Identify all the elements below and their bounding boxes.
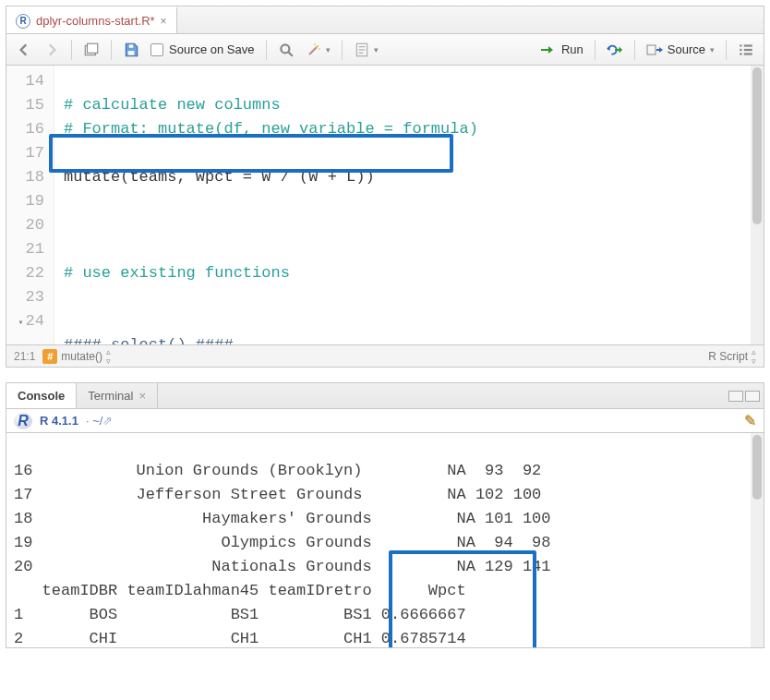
svg-rect-16 <box>647 45 656 54</box>
pane-splitter[interactable] <box>0 373 770 382</box>
run-button[interactable]: Run <box>536 39 587 61</box>
file-tab[interactable]: R dplyr-columns-start.R* × <box>6 6 177 33</box>
updown-icon: ▵▿ <box>752 347 756 366</box>
find-button[interactable] <box>274 39 298 61</box>
svg-rect-3 <box>129 44 134 47</box>
nav-back-button[interactable] <box>12 39 36 61</box>
console-line: 16 Union Grounds (Brooklyn) NA 93 92 <box>14 462 541 479</box>
file-tab-label: dplyr-columns-start.R* <box>36 14 155 28</box>
code-line: # calculate new columns <box>64 96 281 114</box>
scope-label: mutate() <box>61 350 102 363</box>
editor-tabstrip: R dplyr-columns-start.R* × <box>6 6 764 34</box>
highlight-box-editor <box>49 134 453 173</box>
r-file-icon: R <box>16 14 30 29</box>
svg-rect-1 <box>88 43 98 53</box>
tab-terminal[interactable]: Terminal × <box>77 383 158 408</box>
close-tab-icon[interactable]: × <box>161 15 167 28</box>
share-icon[interactable]: ⇗ <box>102 414 113 428</box>
svg-point-8 <box>319 48 320 50</box>
console-line: 18 Haymakers' Grounds NA 101 100 <box>14 510 551 527</box>
console-info-bar: R R 4.1.1 · ~/⇗ ✎ <box>6 409 764 433</box>
code-line: # use existing functions <box>64 264 290 282</box>
maximize-pane-button[interactable] <box>745 391 760 402</box>
console-line: 19 Olympics Grounds NA 94 98 <box>14 534 551 551</box>
line-gutter: 14 15 16 17 18 19 20 21 22 23 ▾24 <box>6 66 54 344</box>
working-dir[interactable]: · ~/⇗ <box>86 414 113 428</box>
svg-point-7 <box>317 45 319 47</box>
svg-point-9 <box>314 43 316 45</box>
editor-statusbar: 21:1 # mutate() ▵▿ R Script ▵▿ <box>6 344 764 367</box>
wand-button[interactable]: ▾ <box>302 39 334 61</box>
language-label: R Script <box>708 350 748 363</box>
console-tabstrip: Console Terminal × <box>6 383 764 409</box>
editor-pane: R dplyr-columns-start.R* × Source on Sav… <box>6 6 764 368</box>
r-logo-icon: R <box>14 413 32 429</box>
run-label: Run <box>561 42 584 56</box>
outline-button[interactable] <box>734 39 758 61</box>
code-line: #### select() #### <box>64 336 234 344</box>
source-label: Source <box>668 42 705 56</box>
editor-toolbar: Source on Save ▾ ▾ Run Source ▾ <box>6 34 764 66</box>
minimize-pane-button[interactable] <box>728 391 743 402</box>
highlight-box-console <box>389 550 536 647</box>
svg-rect-2 <box>128 51 135 55</box>
source-on-save-checkbox[interactable]: Source on Save <box>147 39 259 61</box>
svg-point-4 <box>281 44 289 53</box>
source-on-save-label: Source on Save <box>169 42 255 56</box>
svg-line-6 <box>309 47 317 54</box>
r-version-label: R 4.1.1 <box>40 414 78 428</box>
updown-icon: ▵▿ <box>106 347 111 366</box>
language-selector[interactable]: R Script ▵▿ <box>708 347 756 366</box>
window-controls <box>728 391 764 402</box>
scope-badge-icon: # <box>42 349 57 364</box>
nav-forward-button[interactable] <box>40 39 64 61</box>
save-button[interactable] <box>119 39 143 61</box>
tab-label: Terminal <box>88 389 133 403</box>
scope-selector[interactable]: # mutate() ▵▿ <box>42 347 111 366</box>
tab-label: Console <box>18 389 65 403</box>
svg-line-5 <box>288 52 293 56</box>
cursor-position: 21:1 <box>14 350 35 363</box>
console-pane: Console Terminal × R R 4.1.1 · ~/⇗ ✎ 16 … <box>6 382 764 648</box>
close-icon[interactable]: × <box>138 389 146 403</box>
report-button[interactable]: ▾ <box>350 39 382 61</box>
console-scrollbar[interactable] <box>751 433 764 647</box>
clear-console-button[interactable]: ✎ <box>744 412 756 429</box>
code-editor[interactable]: 14 15 16 17 18 19 20 21 22 23 ▾24 # calc… <box>6 66 764 344</box>
editor-scrollbar[interactable] <box>751 66 764 344</box>
console-line: 17 Jefferson Street Grounds NA 102 100 <box>14 486 541 503</box>
console-output[interactable]: 16 Union Grounds (Brooklyn) NA 93 92 17 … <box>6 433 764 647</box>
rerun-button[interactable] <box>603 39 627 61</box>
code-area[interactable]: # calculate new columns # Format: mutate… <box>54 66 487 344</box>
source-button[interactable]: Source ▾ <box>643 39 718 61</box>
tab-console[interactable]: Console <box>6 383 77 408</box>
show-in-new-window-button[interactable] <box>79 39 103 61</box>
